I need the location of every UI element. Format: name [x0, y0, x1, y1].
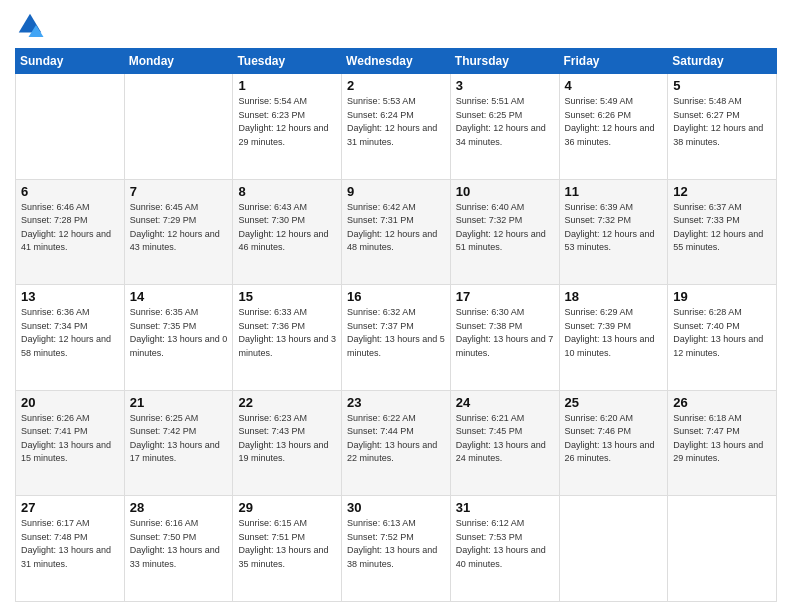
calendar-cell: 16Sunrise: 6:32 AMSunset: 7:37 PMDayligh…: [342, 285, 451, 391]
calendar-cell: 11Sunrise: 6:39 AMSunset: 7:32 PMDayligh…: [559, 179, 668, 285]
day-number: 8: [238, 184, 336, 199]
day-info: Sunrise: 6:21 AMSunset: 7:45 PMDaylight:…: [456, 412, 554, 466]
day-number: 25: [565, 395, 663, 410]
day-number: 28: [130, 500, 228, 515]
day-number: 24: [456, 395, 554, 410]
day-info: Sunrise: 6:33 AMSunset: 7:36 PMDaylight:…: [238, 306, 336, 360]
calendar-cell: 29Sunrise: 6:15 AMSunset: 7:51 PMDayligh…: [233, 496, 342, 602]
calendar-cell: 3Sunrise: 5:51 AMSunset: 6:25 PMDaylight…: [450, 74, 559, 180]
day-number: 9: [347, 184, 445, 199]
day-info: Sunrise: 6:42 AMSunset: 7:31 PMDaylight:…: [347, 201, 445, 255]
day-number: 15: [238, 289, 336, 304]
calendar-cell: 12Sunrise: 6:37 AMSunset: 7:33 PMDayligh…: [668, 179, 777, 285]
page: SundayMondayTuesdayWednesdayThursdayFrid…: [0, 0, 792, 612]
calendar-cell: [16, 74, 125, 180]
day-info: Sunrise: 5:53 AMSunset: 6:24 PMDaylight:…: [347, 95, 445, 149]
calendar-body: 1Sunrise: 5:54 AMSunset: 6:23 PMDaylight…: [16, 74, 777, 602]
day-number: 29: [238, 500, 336, 515]
calendar-week-1: 1Sunrise: 5:54 AMSunset: 6:23 PMDaylight…: [16, 74, 777, 180]
day-number: 4: [565, 78, 663, 93]
calendar-cell: 7Sunrise: 6:45 AMSunset: 7:29 PMDaylight…: [124, 179, 233, 285]
day-info: Sunrise: 6:13 AMSunset: 7:52 PMDaylight:…: [347, 517, 445, 571]
day-number: 26: [673, 395, 771, 410]
weekday-header-row: SundayMondayTuesdayWednesdayThursdayFrid…: [16, 49, 777, 74]
day-number: 17: [456, 289, 554, 304]
day-info: Sunrise: 6:46 AMSunset: 7:28 PMDaylight:…: [21, 201, 119, 255]
calendar-cell: 31Sunrise: 6:12 AMSunset: 7:53 PMDayligh…: [450, 496, 559, 602]
day-info: Sunrise: 6:37 AMSunset: 7:33 PMDaylight:…: [673, 201, 771, 255]
calendar-cell: 17Sunrise: 6:30 AMSunset: 7:38 PMDayligh…: [450, 285, 559, 391]
weekday-header-monday: Monday: [124, 49, 233, 74]
calendar-cell: 14Sunrise: 6:35 AMSunset: 7:35 PMDayligh…: [124, 285, 233, 391]
day-info: Sunrise: 6:17 AMSunset: 7:48 PMDaylight:…: [21, 517, 119, 571]
weekday-header-sunday: Sunday: [16, 49, 125, 74]
calendar-week-4: 20Sunrise: 6:26 AMSunset: 7:41 PMDayligh…: [16, 390, 777, 496]
day-info: Sunrise: 5:48 AMSunset: 6:27 PMDaylight:…: [673, 95, 771, 149]
day-info: Sunrise: 6:23 AMSunset: 7:43 PMDaylight:…: [238, 412, 336, 466]
day-info: Sunrise: 5:49 AMSunset: 6:26 PMDaylight:…: [565, 95, 663, 149]
calendar-cell: 5Sunrise: 5:48 AMSunset: 6:27 PMDaylight…: [668, 74, 777, 180]
calendar-cell: 8Sunrise: 6:43 AMSunset: 7:30 PMDaylight…: [233, 179, 342, 285]
calendar-cell: 10Sunrise: 6:40 AMSunset: 7:32 PMDayligh…: [450, 179, 559, 285]
day-info: Sunrise: 6:45 AMSunset: 7:29 PMDaylight:…: [130, 201, 228, 255]
calendar-cell: [668, 496, 777, 602]
day-number: 5: [673, 78, 771, 93]
day-number: 14: [130, 289, 228, 304]
day-info: Sunrise: 6:35 AMSunset: 7:35 PMDaylight:…: [130, 306, 228, 360]
logo-icon: [15, 10, 45, 40]
day-info: Sunrise: 6:39 AMSunset: 7:32 PMDaylight:…: [565, 201, 663, 255]
calendar-week-3: 13Sunrise: 6:36 AMSunset: 7:34 PMDayligh…: [16, 285, 777, 391]
calendar-cell: 2Sunrise: 5:53 AMSunset: 6:24 PMDaylight…: [342, 74, 451, 180]
calendar-header: SundayMondayTuesdayWednesdayThursdayFrid…: [16, 49, 777, 74]
day-info: Sunrise: 6:16 AMSunset: 7:50 PMDaylight:…: [130, 517, 228, 571]
day-number: 11: [565, 184, 663, 199]
day-number: 2: [347, 78, 445, 93]
calendar-table: SundayMondayTuesdayWednesdayThursdayFrid…: [15, 48, 777, 602]
calendar-cell: 28Sunrise: 6:16 AMSunset: 7:50 PMDayligh…: [124, 496, 233, 602]
calendar-cell: 1Sunrise: 5:54 AMSunset: 6:23 PMDaylight…: [233, 74, 342, 180]
day-number: 12: [673, 184, 771, 199]
calendar-cell: 4Sunrise: 5:49 AMSunset: 6:26 PMDaylight…: [559, 74, 668, 180]
day-info: Sunrise: 6:26 AMSunset: 7:41 PMDaylight:…: [21, 412, 119, 466]
day-number: 23: [347, 395, 445, 410]
day-info: Sunrise: 6:30 AMSunset: 7:38 PMDaylight:…: [456, 306, 554, 360]
calendar-cell: 18Sunrise: 6:29 AMSunset: 7:39 PMDayligh…: [559, 285, 668, 391]
day-info: Sunrise: 6:40 AMSunset: 7:32 PMDaylight:…: [456, 201, 554, 255]
day-info: Sunrise: 6:18 AMSunset: 7:47 PMDaylight:…: [673, 412, 771, 466]
header: [15, 10, 777, 40]
calendar-cell: 24Sunrise: 6:21 AMSunset: 7:45 PMDayligh…: [450, 390, 559, 496]
day-info: Sunrise: 6:15 AMSunset: 7:51 PMDaylight:…: [238, 517, 336, 571]
day-number: 22: [238, 395, 336, 410]
day-info: Sunrise: 6:28 AMSunset: 7:40 PMDaylight:…: [673, 306, 771, 360]
weekday-header-saturday: Saturday: [668, 49, 777, 74]
weekday-header-tuesday: Tuesday: [233, 49, 342, 74]
calendar-week-2: 6Sunrise: 6:46 AMSunset: 7:28 PMDaylight…: [16, 179, 777, 285]
calendar-cell: 26Sunrise: 6:18 AMSunset: 7:47 PMDayligh…: [668, 390, 777, 496]
calendar-week-5: 27Sunrise: 6:17 AMSunset: 7:48 PMDayligh…: [16, 496, 777, 602]
calendar-cell: 23Sunrise: 6:22 AMSunset: 7:44 PMDayligh…: [342, 390, 451, 496]
calendar-cell: 21Sunrise: 6:25 AMSunset: 7:42 PMDayligh…: [124, 390, 233, 496]
day-number: 3: [456, 78, 554, 93]
day-info: Sunrise: 6:25 AMSunset: 7:42 PMDaylight:…: [130, 412, 228, 466]
weekday-header-wednesday: Wednesday: [342, 49, 451, 74]
day-info: Sunrise: 5:54 AMSunset: 6:23 PMDaylight:…: [238, 95, 336, 149]
day-number: 27: [21, 500, 119, 515]
day-info: Sunrise: 5:51 AMSunset: 6:25 PMDaylight:…: [456, 95, 554, 149]
day-number: 20: [21, 395, 119, 410]
day-number: 16: [347, 289, 445, 304]
day-number: 6: [21, 184, 119, 199]
day-info: Sunrise: 6:20 AMSunset: 7:46 PMDaylight:…: [565, 412, 663, 466]
calendar-cell: [559, 496, 668, 602]
day-number: 10: [456, 184, 554, 199]
calendar-cell: 20Sunrise: 6:26 AMSunset: 7:41 PMDayligh…: [16, 390, 125, 496]
day-number: 13: [21, 289, 119, 304]
calendar-cell: 19Sunrise: 6:28 AMSunset: 7:40 PMDayligh…: [668, 285, 777, 391]
calendar-cell: 22Sunrise: 6:23 AMSunset: 7:43 PMDayligh…: [233, 390, 342, 496]
day-number: 21: [130, 395, 228, 410]
day-number: 31: [456, 500, 554, 515]
calendar-cell: 9Sunrise: 6:42 AMSunset: 7:31 PMDaylight…: [342, 179, 451, 285]
calendar-cell: 30Sunrise: 6:13 AMSunset: 7:52 PMDayligh…: [342, 496, 451, 602]
calendar-cell: 25Sunrise: 6:20 AMSunset: 7:46 PMDayligh…: [559, 390, 668, 496]
day-info: Sunrise: 6:32 AMSunset: 7:37 PMDaylight:…: [347, 306, 445, 360]
day-number: 19: [673, 289, 771, 304]
